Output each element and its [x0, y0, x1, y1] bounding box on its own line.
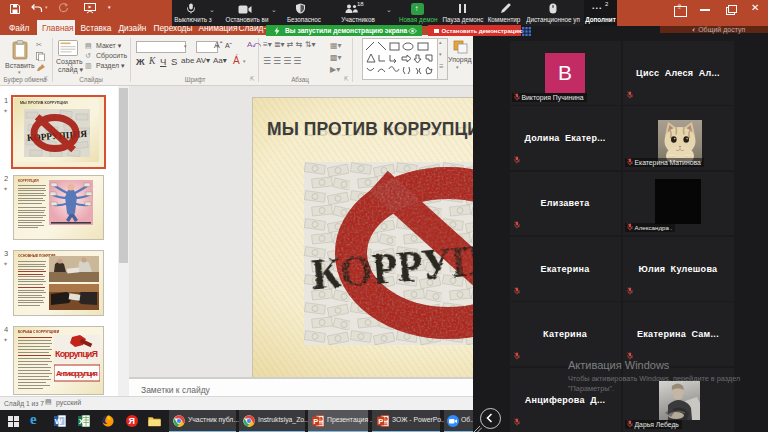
svg-text:W: W — [55, 417, 63, 426]
svg-text:Я: Я — [129, 416, 135, 426]
svg-text:P: P — [313, 417, 318, 426]
svg-text:Антикоррупция: Антикоррупция — [56, 369, 98, 378]
svg-text:P: P — [378, 417, 383, 426]
svg-text:КоррупциЯ: КоррупциЯ — [55, 349, 98, 359]
svg-text:X: X — [79, 417, 85, 426]
